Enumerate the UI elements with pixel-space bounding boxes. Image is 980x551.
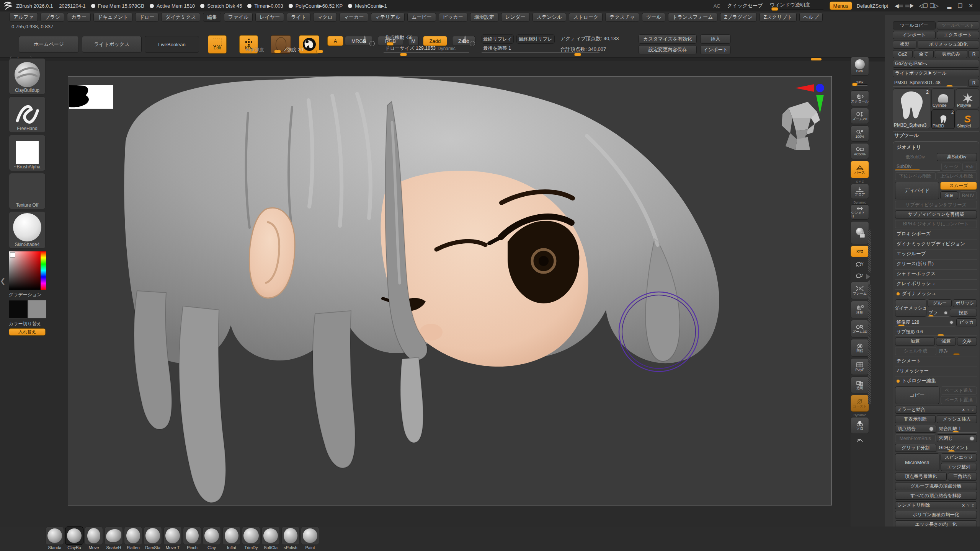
menu-item[interactable]: ファイル (224, 13, 253, 22)
divider-collapse-arrow[interactable] (867, 280, 870, 285)
topo-copy-button[interactable]: コピー (895, 386, 939, 404)
paste-replace-button[interactable]: ペースト置換 (941, 396, 977, 404)
menu-item[interactable]: ストローク (569, 13, 603, 22)
material-slot[interactable]: SkinShade4 (9, 211, 46, 249)
slider-handle[interactable] (274, 50, 281, 53)
rstr-button[interactable]: Rstr (962, 163, 977, 171)
edit-button[interactable]: Edit (208, 35, 227, 54)
brush-slot[interactable]: Move (84, 527, 104, 550)
dynamesh-project-toggle[interactable]: 投影 (950, 309, 977, 317)
divider-handle[interactable] (811, 58, 822, 60)
tool-paste-button[interactable]: ツールペースト (937, 21, 980, 29)
geometry-section-header[interactable]: ジオメトリ (895, 143, 977, 152)
gd-segments-slider[interactable]: GDセグメント (938, 444, 977, 452)
menu-item[interactable]: ステンシル (532, 13, 567, 22)
smooth-toggle[interactable]: スムーズ (940, 182, 977, 190)
menu-item[interactable]: アルファ (9, 13, 38, 22)
dynamesh-groups-toggle[interactable]: グルー (928, 299, 952, 307)
local-transform-button[interactable] (851, 221, 869, 244)
color-picker[interactable] (9, 251, 46, 290)
slider-handle[interactable] (938, 334, 944, 336)
dynamesh-sub-button[interactable]: 減算 (936, 337, 956, 346)
main-color-swatch[interactable] (9, 300, 27, 318)
tool-export-button[interactable]: エクスポート (937, 31, 980, 39)
menu-item[interactable]: レイヤー (255, 13, 284, 22)
tool-slot-cylinder[interactable]: Cylinde (931, 88, 955, 108)
minimize-button[interactable]: ▂ (944, 3, 955, 9)
menu-item[interactable]: ダイナミクス (161, 13, 200, 22)
brush-slot[interactable]: TrimDy (241, 527, 261, 550)
lightbox-tool-button[interactable]: ライトボックス▶ツール (893, 69, 979, 77)
menu-item[interactable]: Zプラグイン (720, 13, 757, 22)
dock-left-icon[interactable]: ◁❐ (918, 3, 929, 9)
higher-subdiv-button[interactable]: 高SubDiv (937, 153, 977, 161)
slider-handle[interactable] (400, 53, 407, 56)
slider-handle[interactable] (948, 450, 955, 452)
shadowbox-subheader[interactable]: シャドーボックス (895, 269, 977, 278)
menu-item[interactable]: ピッカー (439, 13, 467, 22)
rgb-intensity-slider[interactable]: Rgb強度 (246, 47, 264, 53)
texture-slot[interactable]: Texture Off (9, 173, 46, 209)
brush-slot[interactable]: SoftCla (261, 527, 281, 550)
grid-split-button[interactable]: グリッド分割 (895, 444, 936, 452)
brush-slot[interactable]: Flatten (123, 527, 143, 550)
panel-divider[interactable] (868, 230, 871, 272)
menu-item[interactable]: ドキュメント (93, 13, 132, 22)
lightbox-button[interactable]: ライトボックス (82, 36, 142, 53)
alpha-slot[interactable]: ~BrushAlpha (9, 135, 46, 171)
alpha-preview-thumbnail[interactable] (69, 85, 113, 109)
micromesh-button[interactable]: MicroMesh (895, 453, 939, 471)
goz-ipad-button[interactable]: GoZからiPadへ (893, 60, 979, 68)
sub-projection-slider[interactable]: サブ投影 0.6 (895, 328, 977, 336)
shell-thickness-slider[interactable]: 厚み (938, 347, 977, 355)
weld-points-button[interactable]: 頂点結合 (895, 425, 936, 433)
equalize-poly-area-button[interactable]: ポリゴン面積の均一化 (895, 511, 977, 519)
weld-distance-slider[interactable]: 結合距離 1 (938, 425, 977, 433)
slider-handle[interactable] (946, 85, 953, 87)
save-config-button[interactable]: 設定変更内容保存 (639, 45, 697, 54)
replay-last-button[interactable]: 最終リプレイ (482, 34, 514, 44)
replay-last-relative-button[interactable]: 最終相対リプレ (516, 34, 555, 44)
hue-strip[interactable] (41, 251, 46, 290)
create-shell-button[interactable]: シェル作成 (895, 347, 936, 355)
xyz-axis-button[interactable]: XYZ (851, 246, 869, 257)
rotate-y-button[interactable]: Y (851, 259, 869, 269)
shrink-right-icon[interactable]: 𝄙▶ (904, 3, 915, 9)
shrink-left-icon[interactable]: ◀𝄙 (893, 3, 904, 9)
paste-add-button[interactable]: ペースト追加 (941, 386, 977, 395)
menu-item[interactable]: トランスフォーム (668, 13, 717, 22)
lower-subdiv-button[interactable]: 低SubDiv (895, 153, 936, 161)
tool-import-button[interactable]: インポート (893, 31, 936, 39)
menu-item[interactable]: マクロ (313, 13, 337, 22)
menu-item-edit[interactable]: 編集 (203, 13, 221, 22)
sculpt-3d-model[interactable] (68, 77, 831, 505)
dynamesh-polish-toggle[interactable]: ポリッシ (953, 299, 977, 307)
restore-button[interactable]: ❐ (955, 3, 965, 9)
freeze-subdiv-button[interactable]: サブディビジョンをフリーズ (895, 201, 977, 209)
half-size-button[interactable]: AC50% (851, 143, 869, 159)
cage-button[interactable]: ケージ (941, 163, 961, 171)
z-axis-dot[interactable] (816, 84, 824, 92)
delete-symmetry-button[interactable]: シンメトリ削除X Y Z (895, 501, 977, 509)
zoom2d-button[interactable]: ズーム2D (851, 108, 869, 124)
anti-alias-toggle[interactable]: A (327, 36, 343, 46)
live-boolean-button[interactable]: LiveBoolean (145, 36, 199, 53)
goz-all-button[interactable]: 全て (914, 50, 934, 58)
quick-save-button[interactable]: クイックセーブ (727, 2, 763, 9)
menu-item[interactable]: カラー (67, 13, 91, 22)
goz-visible-button[interactable]: 表示のみ (935, 50, 967, 58)
menu-item[interactable]: ツール (642, 13, 666, 22)
unweld-all-button[interactable]: すべての頂点結合を解除 (895, 492, 977, 500)
menu-item[interactable]: ヘルプ (799, 13, 823, 22)
proxy-pose-subheader[interactable]: プロキシポーズ (895, 230, 977, 238)
tool-copy-button[interactable]: ツールコピー (893, 21, 936, 29)
draw-size-slider[interactable]: ドローサイズ 129.1853 (384, 45, 469, 53)
menu-item[interactable]: マテリアル (371, 13, 405, 22)
secondary-color-swatch[interactable] (28, 300, 46, 318)
convert-bpr-button[interactable]: BPRをジオメトリにコンバート (895, 220, 977, 228)
slider-handle[interactable] (771, 7, 778, 11)
brush-slot[interactable]: Standa (45, 527, 65, 550)
tool-slot-pm3d[interactable]: 2PM3D_ (931, 109, 955, 129)
dynamic-subdiv-subheader[interactable]: ダイナミックサブディビジョン (895, 240, 977, 248)
insert-mesh-button[interactable]: メッシュ挿入 (937, 415, 977, 423)
